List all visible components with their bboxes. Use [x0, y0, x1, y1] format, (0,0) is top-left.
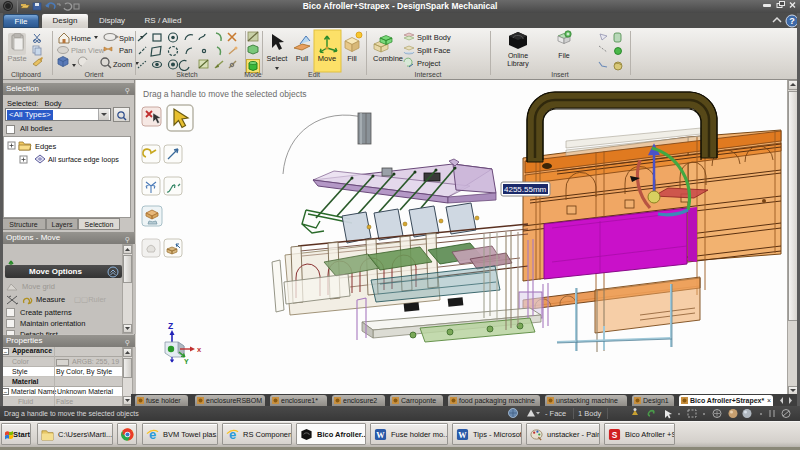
- svg-text:Plan View: Plan View: [71, 46, 105, 55]
- svg-text:Edit: Edit: [308, 71, 320, 78]
- svg-text:Split Body: Split Body: [417, 33, 451, 42]
- svg-text:All surface edge loops: All surface edge loops: [48, 155, 119, 164]
- svg-text:Combine: Combine: [373, 54, 403, 63]
- svg-text:Fill: Fill: [347, 54, 357, 63]
- svg-text:- Face: - Face: [545, 409, 566, 418]
- svg-text:Split Face: Split Face: [417, 46, 450, 55]
- svg-text:Zoom: Zoom: [113, 60, 132, 69]
- svg-text:W: W: [458, 431, 467, 440]
- svg-text:Z: Z: [168, 321, 173, 331]
- svg-text:1 Body: 1 Body: [578, 409, 602, 418]
- svg-text:?: ?: [789, 16, 795, 26]
- svg-text:Project: Project: [417, 59, 441, 68]
- svg-text:File: File: [558, 52, 569, 59]
- svg-text:Library: Library: [507, 60, 529, 68]
- svg-text:Online: Online: [508, 52, 528, 59]
- svg-text:Spin: Spin: [119, 34, 134, 43]
- svg-text:Move: Move: [318, 54, 336, 63]
- svg-text:Mode: Mode: [244, 71, 262, 78]
- svg-text:Y: Y: [184, 358, 189, 365]
- svg-text:W: W: [376, 431, 385, 440]
- svg-text:Edges: Edges: [35, 142, 57, 151]
- svg-text:4255.55mm: 4255.55mm: [504, 185, 547, 194]
- svg-text:S: S: [612, 430, 618, 440]
- svg-text:Orient: Orient: [84, 71, 103, 78]
- svg-text:Intersect: Intersect: [415, 71, 442, 78]
- svg-text:x: x: [197, 345, 202, 354]
- svg-text:Pull: Pull: [296, 54, 309, 63]
- svg-text:Home: Home: [71, 34, 91, 43]
- svg-text:Clipboard: Clipboard: [11, 71, 41, 79]
- svg-text:Insert: Insert: [551, 71, 569, 78]
- svg-text:Select: Select: [267, 54, 289, 63]
- svg-text:Paste: Paste: [7, 54, 26, 63]
- svg-text:Sketch: Sketch: [176, 71, 198, 78]
- svg-text:Pan: Pan: [119, 46, 132, 55]
